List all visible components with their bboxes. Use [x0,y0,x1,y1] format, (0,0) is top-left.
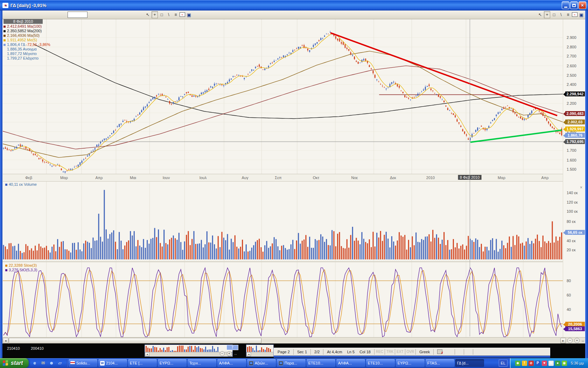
maximize-button[interactable] [570,1,578,9]
messenger-user-tray-icon[interactable]: ☻ [515,361,520,366]
mini-bar [189,346,190,352]
legend-bullet [4,30,6,32]
trendline-tool[interactable]: \ [166,11,172,18]
window-titlebar[interactable]: ≈ ΓΔ [daily] -3,91% × [0,0,588,11]
minimized-window-caption[interactable]: 210410 [7,346,20,350]
period-badge[interactable]: 7 [226,345,238,350]
close-volume-icon[interactable]: × [580,185,582,190]
zoom-out-button[interactable]: − [567,338,573,343]
blocked-tray-icon[interactable]: ⊘ [528,361,534,366]
legend-bullet [4,39,6,41]
taskbar-button[interactable]: ≈ΕΥΡΩ... [158,359,187,367]
mini-scrollbar[interactable]: ◂ [246,352,273,356]
language-indicator[interactable]: EL [499,360,507,367]
internet-explorer-icon[interactable]: e [32,360,38,366]
axis-value-tag: 20,2006 [565,322,585,327]
show-desktop-icon[interactable]: ▱ [57,360,63,366]
mini-chart-window[interactable]: ◂ [246,345,274,357]
stochastic-label-row: 3,276 StO(5,3,3) [5,268,37,272]
task-button-strip: Solidu...W2104...≈ΕΤΕ [...≈ΕΥΡΩ...≈Τεχνι… [68,359,496,367]
fit-width-icon[interactable]: ↔ [581,338,585,342]
messenger-icon[interactable]: ☻ [49,360,55,366]
scroll-left-button[interactable]: ◂ [3,338,8,343]
chart-type-tool[interactable]: ≈ [572,12,578,17]
status-toggle[interactable]: REC [374,349,385,355]
mail-icon[interactable]: ✉ [40,360,46,366]
chart-type-tool[interactable]: ≈ [180,12,185,17]
taskbar-button[interactable]: Αξιών... [247,359,276,367]
close-button[interactable]: × [579,1,586,9]
scroll-right-button[interactable]: ▸ [560,338,566,343]
legend-row: 2.350,5852 Ma(200) [4,29,50,33]
status-toggle[interactable]: TRK [385,349,395,355]
crosshair-tool[interactable]: + [544,11,550,18]
taskbar-button[interactable]: ≈FTAS... [426,359,454,367]
security-shield-tray-icon[interactable]: ! [522,361,527,366]
spybot-tray-icon[interactable]: ● [555,361,560,366]
mini-bar [153,346,154,352]
legend-row: 2.412,6491 Ma(100) [4,24,50,29]
mini-scroll-left[interactable]: ◂ [145,352,149,356]
axis-tick: 2.200 [567,101,576,105]
mini-scrollbar[interactable]: ◂ ▸ [145,352,232,356]
legend-change-text: -72,51 -3,86% [25,42,50,47]
pointer-tool[interactable]: ↖ [537,11,543,18]
status-toggle[interactable]: OVR [405,349,416,355]
chart-scrollbar[interactable]: ◂ ▸ − + ↔ [2,337,585,343]
status-toggle[interactable]: EXT [395,349,405,355]
mini-volume-bars [247,345,273,352]
axis-tick: 140 εκ [567,191,578,195]
mini-bar [196,347,197,352]
scrollbar-thumb[interactable] [9,338,261,343]
mini-scroll-left[interactable]: ◂ [246,352,251,356]
mini-bar [251,347,252,352]
taskbar-button[interactable]: W2104... [98,359,127,367]
taskbar-button-label: ΓΔ [d... [457,361,469,365]
legend-row: 1.799,27 Ελάχιστο [4,56,50,61]
volume-label: 40,11 εκ Volume [5,182,37,186]
mini-fit-icon[interactable]: ↔ [234,352,237,356]
taskbar-button[interactable]: Παρα... [277,359,306,367]
minimized-window-caption[interactable]: 200410 [31,346,44,350]
msn-tray-icon[interactable]: M [548,361,554,366]
price-chart-svg[interactable] [3,19,563,174]
mini-zoom-in-button[interactable]: + [227,351,232,356]
antivirus-eye-tray-icon[interactable]: ◉ [562,361,567,366]
save-tool[interactable]: ▣ [186,11,192,18]
crosshair-tool[interactable]: + [152,11,158,18]
monitor-task-icon [249,361,253,366]
taskbar-button[interactable]: ≈ΕΥΡΩ... [396,359,425,367]
cursor-position-item: Col 18 [359,349,371,355]
mini-chart-window[interactable]: ◂ ▸ [145,345,233,357]
region-tool[interactable]: □ [551,11,557,18]
trendline-tool[interactable]: \ [558,11,564,18]
taskbar-button[interactable]: ≈ΓΔ [d... [455,359,484,367]
axis-tick: 40 [567,307,571,312]
mini-zoom-out-button[interactable]: − [220,351,225,356]
taskbar-button[interactable]: ≈ΑΛΦΑ... [217,359,246,367]
pointer-tool[interactable]: ↖ [145,11,151,18]
save-tool[interactable]: ▣ [578,11,584,18]
symbol-input[interactable] [68,12,88,18]
measure-tool[interactable]: ≡ [173,11,179,18]
taskbar-button[interactable]: ≈ΑΛΦΑ... [336,359,365,367]
measure-tool[interactable]: ≡ [565,11,571,18]
taskbar-button[interactable]: ≈ΕΤΕ10... [366,359,395,367]
tag-arrow-icon [563,231,565,234]
legend-row: 2.166,4936 Ma(50) [4,33,50,38]
taskbar-button[interactable]: ≈ΕΤΕ10... [307,359,335,367]
heart-tray-icon[interactable]: ♥ [542,361,547,366]
taskbar-button[interactable]: ≈Τεχνι... [188,359,216,367]
mini-bar [156,347,157,352]
month-label: Μαρ [60,176,68,180]
zoom-in-button[interactable]: + [574,338,580,343]
legend-text: 2.166,4936 Ma(50) [7,33,40,38]
region-tool[interactable]: □ [159,11,165,18]
stochastic-chart-svg[interactable] [3,262,563,337]
volume-chart-svg[interactable] [3,182,563,261]
taskbar-button[interactable]: Solidu... [69,359,97,367]
minimize-button[interactable] [562,1,569,9]
taskbar-button[interactable]: ≈ΕΤΕ [... [128,359,157,367]
start-button[interactable]: start [0,358,29,368]
network-tray-icon[interactable]: P [535,361,540,366]
